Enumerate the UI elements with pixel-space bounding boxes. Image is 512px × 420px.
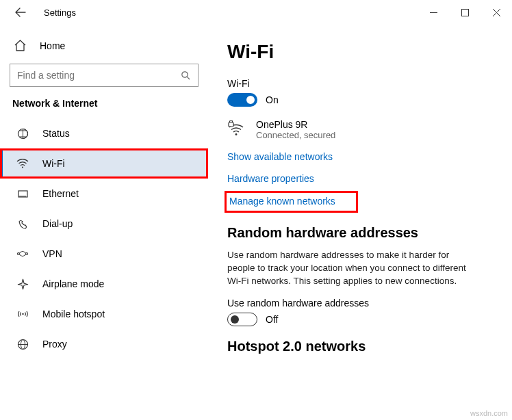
svg-rect-11 [229, 122, 233, 127]
back-button[interactable] [12, 4, 29, 21]
network-name: OnePlus 9R [256, 119, 335, 130]
wifi-toggle-label: Wi-Fi [227, 78, 496, 89]
manage-known-networks-link[interactable]: Manage known networks [229, 196, 335, 207]
sidebar: Home Network & Internet Status [0, 25, 208, 420]
wifi-secured-icon [227, 119, 246, 137]
maximize-icon [461, 9, 469, 16]
sidebar-item-dialup[interactable]: Dial-up [0, 209, 208, 239]
maximize-button[interactable] [449, 1, 481, 23]
sidebar-item-proxy[interactable]: Proxy [0, 329, 208, 359]
home-icon [12, 40, 27, 51]
svg-point-5 [18, 253, 20, 255]
sidebar-nav: Status Wi-Fi Ethernet [0, 118, 208, 359]
wifi-switch[interactable] [227, 93, 257, 107]
sidebar-item-label: Airplane mode [42, 278, 104, 289]
sidebar-item-label: Dial-up [42, 218, 73, 229]
sidebar-item-vpn[interactable]: VPN [0, 239, 208, 269]
random-hw-toggle[interactable]: Off [227, 313, 496, 326]
search-input[interactable] [17, 70, 181, 81]
hardware-properties-link[interactable]: Hardware properties [227, 173, 314, 184]
dialup-icon [15, 218, 30, 230]
svg-point-6 [26, 253, 28, 255]
proxy-icon [15, 339, 30, 350]
random-hw-desc: Use random hardware addresses to make it… [227, 249, 474, 288]
random-hw-switch[interactable] [227, 313, 257, 326]
wifi-toggle[interactable]: On [227, 93, 496, 107]
window-title: Settings [44, 8, 76, 18]
sidebar-item-airplane[interactable]: Airplane mode [0, 269, 208, 299]
vpn-icon [15, 249, 30, 259]
hotspot-title: Hotspot 2.0 networks [227, 339, 496, 354]
page-title: Wi-Fi [227, 41, 496, 63]
search-icon [181, 70, 191, 81]
sidebar-item-label: VPN [42, 248, 62, 259]
watermark: wsxdn.com [470, 409, 508, 417]
sidebar-item-label: Wi-Fi [42, 158, 65, 169]
arrow-left-icon [15, 7, 26, 18]
search-input-wrapper[interactable] [10, 64, 199, 87]
sidebar-item-label: Ethernet [42, 188, 79, 199]
svg-point-1 [182, 71, 188, 77]
wifi-toggle-state: On [266, 94, 279, 105]
airplane-icon [15, 278, 30, 290]
home-label: Home [40, 40, 65, 51]
svg-point-3 [22, 166, 23, 168]
sidebar-item-ethernet[interactable]: Ethernet [0, 179, 208, 209]
svg-point-10 [235, 133, 238, 135]
minimize-button[interactable] [418, 1, 449, 23]
sidebar-item-label: Proxy [42, 339, 67, 350]
minimize-icon [430, 9, 437, 16]
titlebar: Settings [0, 0, 512, 25]
svg-rect-0 [461, 9, 468, 16]
sidebar-item-label: Status [42, 128, 70, 139]
main-content: Wi-Fi Wi-Fi On OnePlus 9R Connect [208, 25, 512, 420]
random-hw-toggle-state: Off [266, 314, 278, 325]
current-network[interactable]: OnePlus 9R Connected, secured [227, 119, 496, 140]
status-icon [15, 128, 30, 140]
sidebar-item-wifi[interactable]: Wi-Fi [0, 148, 208, 179]
ethernet-icon [15, 189, 30, 198]
hotspot-icon [15, 309, 30, 319]
random-hw-title: Random hardware addresses [227, 225, 496, 241]
close-button[interactable] [481, 1, 512, 23]
sidebar-item-status[interactable]: Status [0, 118, 208, 148]
wifi-icon [15, 159, 30, 168]
network-status: Connected, secured [256, 130, 335, 140]
svg-point-7 [22, 313, 23, 314]
random-hw-toggle-label: Use random hardware addresses [227, 298, 496, 309]
sidebar-item-hotspot[interactable]: Mobile hotspot [0, 299, 208, 329]
sidebar-item-label: Mobile hotspot [42, 309, 105, 319]
close-icon [493, 9, 500, 16]
sidebar-section-title: Network & Internet [0, 96, 208, 118]
home-button[interactable]: Home [0, 33, 208, 58]
show-available-networks-link[interactable]: Show available networks [227, 151, 333, 162]
